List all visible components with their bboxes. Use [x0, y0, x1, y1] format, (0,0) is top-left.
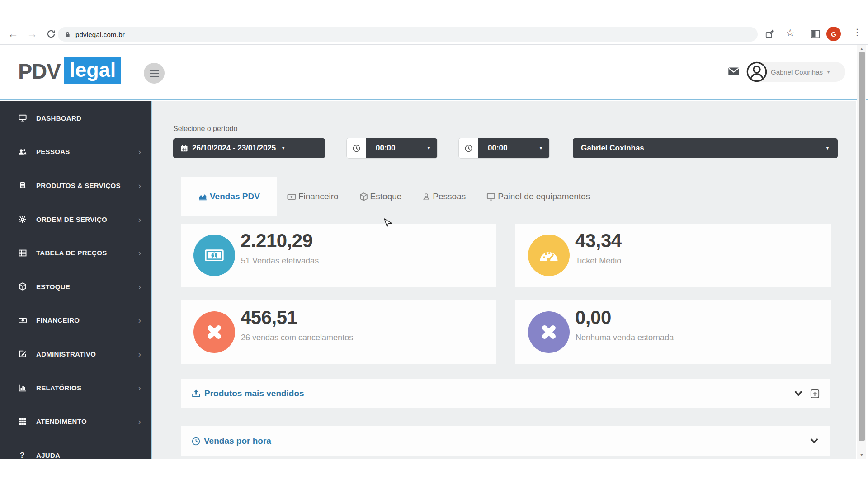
- caret-down-icon: ▼: [427, 146, 431, 150]
- stat-value: 456,51: [241, 307, 297, 328]
- sidebar-item-ajuda[interactable]: AJUDA: [0, 438, 151, 459]
- table-icon: [18, 249, 28, 257]
- edit-icon: [18, 350, 28, 358]
- sidebar-item-dashboard[interactable]: DASHBOARD: [0, 101, 151, 135]
- stat-card-estornos: 0,00 Nenhuma venda estornada: [515, 300, 831, 364]
- tab-painel-de-equipamentos[interactable]: Painel de equipamentos: [486, 192, 590, 202]
- sidebar-item-label: ADMINISTRATIVO: [36, 350, 96, 358]
- chevron-right-icon: ›: [138, 384, 141, 392]
- collapse-chevron-icon[interactable]: [809, 436, 820, 446]
- panel-title-text: Vendas por hora: [204, 436, 271, 446]
- consultant-value: Gabriel Coxinhas: [581, 144, 644, 153]
- time-start-value: 00:00: [376, 144, 395, 153]
- gear-icon: [18, 215, 28, 223]
- banknote-icon: [193, 235, 235, 276]
- cube-icon: [18, 282, 28, 291]
- sidebar-item-label: DASHBOARD: [36, 114, 81, 122]
- stat-caption: Ticket Médio: [576, 256, 621, 266]
- date-range-value: 26/10/2024 - 23/01/2025: [192, 144, 276, 153]
- sidebar-item-estoque[interactable]: ESTOQUE ›: [0, 270, 151, 304]
- consultant-select[interactable]: Gabriel Coxinhas ▼: [573, 138, 838, 158]
- scroll-up-arrow[interactable]: ▲: [857, 47, 866, 51]
- scroll-down-arrow[interactable]: ▼: [857, 453, 866, 457]
- share-icon[interactable]: [765, 29, 775, 39]
- sidebar-item-administrativo[interactable]: ADMINISTRATIVO ›: [0, 337, 151, 371]
- tab-label: Painel de equipamentos: [498, 192, 590, 202]
- period-label: Selecione o período: [173, 125, 237, 133]
- monitor-icon: [18, 114, 28, 122]
- date-range-picker[interactable]: 26/10/2024 - 23/01/2025 ▼: [173, 138, 325, 158]
- chevron-right-icon: ›: [138, 282, 141, 291]
- chevron-right-icon: ›: [138, 417, 141, 426]
- bookmark-star-icon[interactable]: ☆: [786, 27, 795, 39]
- calendar-icon: [180, 145, 188, 152]
- forward-icon[interactable]: →: [25, 28, 39, 40]
- time-start-select[interactable]: 00:00 ▼: [366, 138, 437, 158]
- sidebar-item-relatorios[interactable]: RELATÓRIOS ›: [0, 371, 151, 405]
- scrollbar-thumb[interactable]: [859, 52, 865, 441]
- reload-icon[interactable]: [46, 29, 56, 39]
- app-logo[interactable]: PDV legal: [18, 57, 121, 84]
- logo-pdv-text: PDV: [18, 59, 61, 84]
- panel-title[interactable]: Produtos mais vendidos: [192, 389, 304, 399]
- upload-icon: [192, 389, 201, 398]
- chevron-right-icon: ›: [138, 350, 141, 358]
- stat-caption: Nenhuma venda estornada: [576, 333, 674, 343]
- sidebar-item-label: PESSOAS: [36, 148, 70, 155]
- sidebar-item-atendimento[interactable]: ATENDIMENTO ›: [0, 404, 151, 438]
- time-end-select[interactable]: 00:00 ▼: [478, 138, 549, 158]
- sidebar-item-label: FINANCEIRO: [36, 316, 80, 324]
- tab-estoque[interactable]: Estoque: [359, 192, 402, 202]
- sidebar-item-label: PRODUTOS & SERVIÇOS: [36, 182, 121, 189]
- expand-plus-icon[interactable]: [810, 389, 820, 399]
- browser-profile-avatar[interactable]: G: [826, 27, 841, 41]
- cube-icon: [359, 192, 368, 201]
- time-end-value: 00:00: [488, 144, 507, 153]
- chevron-right-icon: ›: [138, 316, 141, 324]
- caret-down-icon: ▼: [826, 146, 830, 150]
- panel-title[interactable]: Vendas por hora: [192, 436, 271, 446]
- users-icon: [18, 148, 28, 156]
- tab-financeiro[interactable]: Financeiro: [287, 192, 339, 202]
- main-content: Selecione o período 26/10/2024 - 23/01/2…: [152, 101, 856, 459]
- tab-label: Vendas PDV: [210, 192, 260, 202]
- user-menu[interactable]: Gabriel Coxinhas ▾: [747, 62, 845, 82]
- sidebar-item-financeiro[interactable]: FINANCEIRO ›: [0, 304, 151, 338]
- sidebar-item-produtos-servicos[interactable]: PRODUTOS & SERVIÇOS ›: [0, 169, 151, 202]
- vertical-scrollbar[interactable]: ▲ ▼: [857, 45, 866, 459]
- time-end-group: 00:00 ▼: [459, 138, 549, 158]
- x-mark-icon: [528, 311, 570, 353]
- clock-icon: [459, 138, 478, 158]
- logo-legal-text: legal: [64, 57, 122, 84]
- banknote-icon: [287, 192, 296, 201]
- user-avatar-icon: [746, 61, 767, 82]
- gauge-icon: [528, 235, 570, 276]
- tab-label: Financeiro: [298, 192, 339, 202]
- caret-down-icon: ▾: [827, 70, 830, 75]
- clock-icon: [347, 138, 366, 158]
- bar-chart-icon: [18, 384, 28, 392]
- sidebar-item-pessoas[interactable]: PESSOAS ›: [0, 135, 151, 169]
- question-icon: [18, 451, 28, 459]
- chevron-right-icon: ›: [138, 249, 141, 257]
- user-name: Gabriel Coxinhas: [771, 68, 823, 76]
- caret-down-icon: ▼: [281, 146, 285, 150]
- menu-dots-icon[interactable]: ⋮: [853, 27, 862, 38]
- collapse-chevron-icon[interactable]: [793, 389, 804, 398]
- sidebar-item-ordem-de-servico[interactable]: ORDEM DE SERVIÇO ›: [0, 202, 151, 236]
- banknote-icon: [18, 316, 28, 324]
- back-icon[interactable]: ←: [6, 28, 20, 40]
- side-panel-icon[interactable]: [810, 29, 821, 39]
- caret-down-icon: ▼: [539, 146, 543, 150]
- tab-vendas-pdv[interactable]: Vendas PDV: [181, 177, 277, 216]
- stat-card-ticket-medio: 43,34 Ticket Médio: [515, 224, 831, 287]
- chevron-right-icon: ›: [138, 215, 141, 224]
- sidebar-item-tabela-de-precos[interactable]: TABELA DE PREÇOS ›: [0, 236, 151, 270]
- sidebar-item-label: AJUDA: [36, 451, 60, 459]
- hamburger-menu-button[interactable]: [144, 63, 165, 84]
- tab-pessoas[interactable]: Pessoas: [422, 192, 466, 202]
- sidebar-item-label: RELATÓRIOS: [36, 384, 81, 392]
- sidebar-item-label: ATENDIMENTO: [36, 418, 87, 425]
- envelope-icon[interactable]: [727, 66, 741, 77]
- url-bar[interactable]: pdvlegal.com.br: [58, 27, 758, 42]
